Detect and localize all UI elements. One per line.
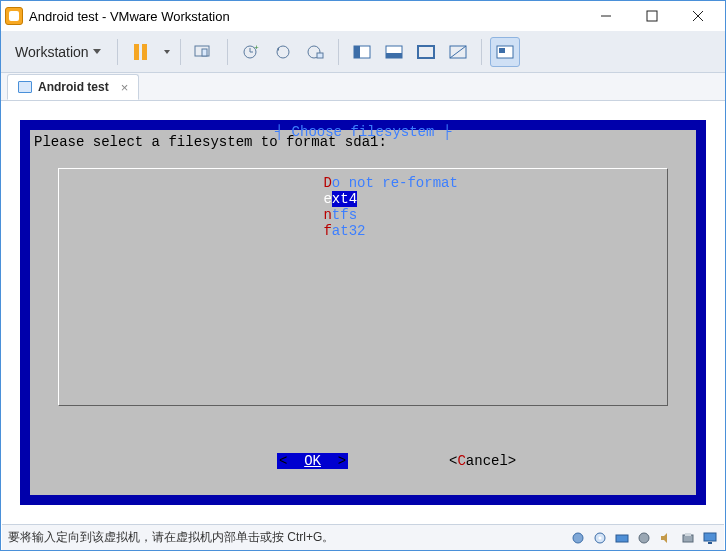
svg-rect-27 — [683, 535, 693, 542]
svg-line-19 — [450, 46, 466, 58]
screen-thumb-icon — [496, 45, 514, 59]
svg-rect-25 — [616, 535, 628, 542]
svg-rect-5 — [202, 49, 207, 56]
svg-text:+: + — [254, 43, 259, 52]
printer-icon[interactable] — [680, 531, 696, 545]
tab-strip: Android test × — [1, 73, 725, 101]
clock-revert-icon — [274, 43, 292, 61]
console-dialog: ┤ Choose filesystem ├ Please select a fi… — [30, 130, 696, 495]
monitor-icon — [194, 44, 214, 60]
svg-rect-28 — [685, 533, 691, 536]
window-title: Android test - VMware Workstation — [29, 9, 583, 24]
chevron-down-icon — [164, 50, 170, 54]
vm-screen[interactable]: ┤ Choose filesystem ├ Please select a fi… — [20, 120, 706, 505]
separator — [180, 39, 181, 65]
network-icon[interactable] — [614, 531, 630, 545]
screen-diag-icon — [449, 45, 467, 59]
app-icon — [5, 7, 23, 25]
filesystem-option[interactable]: Do not re-format — [59, 175, 667, 191]
thumbnail-bar-button[interactable] — [490, 37, 520, 67]
svg-point-26 — [639, 533, 649, 543]
workstation-menu[interactable]: Workstation — [7, 40, 109, 64]
workstation-menu-label: Workstation — [15, 44, 89, 60]
separator — [338, 39, 339, 65]
ok-button[interactable]: < OK > — [277, 453, 348, 469]
svg-rect-14 — [354, 46, 360, 58]
svg-rect-30 — [708, 542, 712, 544]
snapshot-button[interactable]: + — [236, 37, 266, 67]
svg-point-22 — [573, 533, 583, 543]
unity-button[interactable] — [443, 37, 473, 67]
view-fullscreen-bottom-button[interactable] — [379, 37, 409, 67]
toolbar: Workstation + — [1, 31, 725, 73]
svg-rect-29 — [704, 533, 716, 541]
svg-rect-12 — [317, 53, 323, 58]
status-message: 要将输入定向到该虚拟机，请在虚拟机内部单击或按 Ctrl+G。 — [8, 529, 334, 546]
fullscreen-button[interactable] — [411, 37, 441, 67]
vm-area: ┤ Choose filesystem ├ Please select a fi… — [2, 102, 724, 523]
svg-rect-1 — [647, 11, 657, 21]
chevron-down-icon — [93, 49, 101, 54]
svg-point-24 — [599, 536, 602, 539]
usb-icon[interactable] — [636, 531, 652, 545]
close-tab-icon[interactable]: × — [121, 80, 129, 95]
titlebar: Android test - VMware Workstation — [1, 1, 725, 31]
filesystem-option[interactable]: ntfs — [59, 207, 667, 223]
tab-android-test[interactable]: Android test × — [7, 74, 139, 100]
revert-button[interactable] — [268, 37, 298, 67]
pause-button[interactable] — [126, 37, 156, 67]
status-bar: 要将输入定向到该虚拟机，请在虚拟机内部单击或按 Ctrl+G。 — [2, 524, 724, 550]
power-menu-button[interactable] — [158, 37, 172, 67]
clock-plus-icon: + — [242, 43, 260, 61]
svg-rect-21 — [499, 48, 505, 53]
vm-icon — [18, 81, 32, 93]
screen-bottom-icon — [385, 45, 403, 59]
separator — [117, 39, 118, 65]
cancel-button[interactable]: C — [457, 453, 465, 469]
filesystem-list: Do not re-format ext4 ntfs fat32 — [58, 168, 668, 406]
minimize-button[interactable] — [583, 1, 629, 31]
separator — [481, 39, 482, 65]
device-tray — [570, 531, 718, 545]
svg-rect-16 — [386, 53, 402, 58]
screen-outline-icon — [417, 45, 435, 59]
maximize-button[interactable] — [629, 1, 675, 31]
pause-icon — [134, 44, 147, 60]
display-icon[interactable] — [702, 531, 718, 545]
cd-icon[interactable] — [592, 531, 608, 545]
svg-rect-17 — [418, 46, 434, 58]
tab-label: Android test — [38, 80, 109, 94]
view-console-button[interactable] — [347, 37, 377, 67]
sound-icon[interactable] — [658, 531, 674, 545]
snapshot-manager-button[interactable] — [300, 37, 330, 67]
screen-left-icon — [353, 45, 371, 59]
window-buttons — [583, 1, 721, 31]
send-ctrl-alt-del-button[interactable] — [189, 37, 219, 67]
dialog-title: ┤ Choose filesystem ├ — [30, 124, 696, 140]
separator — [227, 39, 228, 65]
close-button[interactable] — [675, 1, 721, 31]
clock-manage-icon — [306, 43, 324, 61]
dialog-buttons: < OK > <Cancel> — [30, 437, 696, 485]
filesystem-option[interactable]: ext4 — [59, 191, 667, 207]
filesystem-option[interactable]: fat32 — [59, 223, 667, 239]
disk-icon[interactable] — [570, 531, 586, 545]
